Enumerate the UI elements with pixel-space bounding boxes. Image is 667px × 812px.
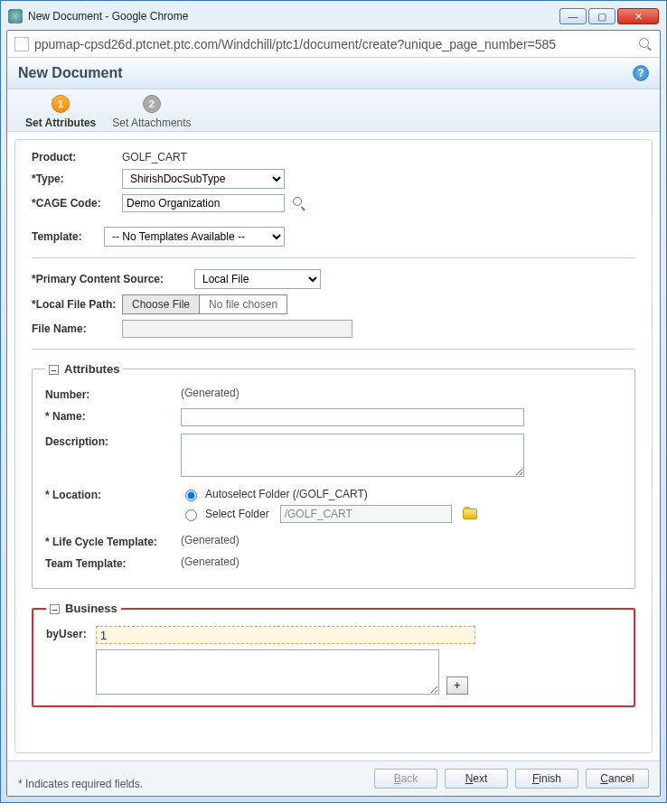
lifecycle-value: (Generated) (181, 534, 622, 546)
cage-input[interactable] (122, 194, 285, 212)
number-value: (Generated) (181, 387, 622, 399)
finish-button[interactable]: Finish (515, 769, 578, 789)
choose-file-status: No file chosen (200, 295, 287, 313)
wizard-step-attachments[interactable]: 2 Set Attachments (112, 95, 191, 129)
byuser-label: byUser: (46, 626, 87, 640)
required-hint: * Indicates required fields. (18, 778, 143, 790)
file-name-label: File Name: (32, 322, 122, 335)
cancel-button[interactable]: Cancel (586, 769, 649, 789)
autoselect-radio[interactable] (185, 490, 197, 501)
next-button[interactable]: Next (445, 769, 508, 789)
attributes-legend: Attributes (64, 362, 119, 376)
folder-browse-icon[interactable] (463, 509, 477, 519)
local-path-label: *Local File Path: (32, 298, 122, 311)
back-button[interactable]: Back (374, 769, 437, 789)
content-source-select[interactable]: Local File (194, 269, 321, 289)
team-template-label: Team Template: (45, 555, 181, 570)
step-badge-1: 1 (52, 95, 70, 113)
location-label: * Location: (45, 487, 181, 501)
select-folder-label: Select Folder (205, 508, 269, 520)
name-label: * Name: (45, 408, 181, 423)
wizard-step-attributes[interactable]: 1 Set Attributes (25, 95, 96, 129)
business-fieldset: Business byUser: + (32, 602, 635, 707)
maximize-button[interactable]: ▢ (588, 8, 615, 24)
product-value: GOLF_CART (122, 151, 635, 163)
cage-search-icon[interactable] (292, 196, 306, 210)
select-folder-radio[interactable] (185, 509, 197, 521)
description-label: Description: (45, 434, 181, 448)
attributes-fieldset: Attributes Number: (Generated) * Name: D… (32, 362, 635, 589)
step-label: Set Attachments (112, 117, 191, 129)
cage-label: *CAGE Code: (32, 197, 122, 210)
byuser-textarea[interactable] (96, 649, 439, 695)
choose-file-button[interactable]: Choose File No file chosen (122, 294, 287, 314)
byuser-input[interactable] (96, 626, 475, 644)
page-title: New Document (18, 65, 123, 81)
type-select[interactable]: ShirishDocSubType (122, 169, 285, 189)
description-textarea[interactable] (181, 434, 524, 477)
choose-file-btn-label: Choose File (123, 295, 200, 313)
autoselect-label: Autoselect Folder (/GOLF_CART) (205, 488, 368, 500)
number-label: Number: (45, 387, 181, 401)
wizard-steps: 1 Set Attributes 2 Set Attachments (7, 89, 660, 132)
page-icon (14, 37, 29, 51)
window-title: New Document - Google Chrome (28, 10, 559, 23)
name-input[interactable] (181, 408, 524, 426)
close-button[interactable]: ✕ (617, 8, 659, 24)
step-label: Set Attributes (25, 117, 96, 129)
type-label: *Type: (32, 173, 122, 185)
team-template-value: (Generated) (181, 555, 622, 568)
help-icon[interactable]: ? (633, 65, 649, 81)
business-legend: Business (65, 602, 117, 615)
collapse-icon[interactable] (50, 604, 60, 614)
content-source-label: *Primary Content Source: (32, 273, 194, 285)
file-name-input (122, 320, 352, 338)
form-scroll-area[interactable]: Product: GOLF_CART *Type: ShirishDocSubT… (14, 139, 653, 753)
url-text[interactable]: ppumap-cpsd26d.ptcnet.ptc.com/Windchill/… (34, 37, 633, 51)
minimize-button[interactable]: — (559, 8, 587, 24)
folder-path-input (280, 505, 452, 523)
collapse-icon[interactable] (49, 365, 59, 375)
product-label: Product: (32, 151, 122, 163)
url-bar: ppumap-cpsd26d.ptcnet.ptc.com/Windchill/… (7, 31, 660, 58)
lifecycle-label: * Life Cycle Template: (45, 534, 181, 548)
chrome-icon (8, 9, 23, 23)
window-titlebar: New Document - Google Chrome — ▢ ✕ (6, 6, 661, 30)
footer: * Indicates required fields. Back Next F… (7, 761, 660, 796)
template-label: Template: (32, 230, 104, 243)
search-icon[interactable] (638, 37, 653, 51)
template-select[interactable]: -- No Templates Available -- (104, 227, 285, 247)
step-badge-2: 2 (143, 95, 161, 113)
page-header: New Document ? (7, 58, 660, 89)
add-button[interactable]: + (446, 677, 468, 695)
